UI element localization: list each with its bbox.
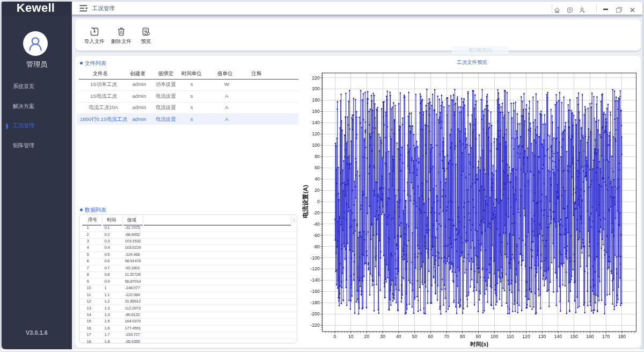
svg-text:90: 90 <box>476 334 481 339</box>
svg-text:120: 120 <box>312 131 320 137</box>
svg-text:150: 150 <box>570 334 579 339</box>
svg-text:0: 0 <box>334 334 336 339</box>
svg-text:20: 20 <box>364 334 370 339</box>
svg-text:电流设置(A): 电流设置(A) <box>302 185 309 218</box>
svg-text:70: 70 <box>444 334 449 339</box>
svg-text:-220: -220 <box>311 322 320 328</box>
svg-text:-80: -80 <box>313 244 320 249</box>
svg-text:120: 120 <box>522 334 530 339</box>
svg-text:-200: -200 <box>311 311 320 317</box>
svg-text:170: 170 <box>602 334 610 339</box>
svg-text:40: 40 <box>314 176 320 182</box>
svg-text:20: 20 <box>314 188 320 193</box>
svg-text:100: 100 <box>491 334 499 339</box>
svg-text:160: 160 <box>312 109 320 114</box>
svg-text:时间(s): 时间(s) <box>470 341 488 347</box>
svg-text:10: 10 <box>348 334 354 339</box>
svg-text:0: 0 <box>317 199 320 204</box>
svg-text:50: 50 <box>412 334 418 339</box>
svg-text:-120: -120 <box>311 266 320 271</box>
svg-text:140: 140 <box>312 120 320 125</box>
svg-text:-180: -180 <box>311 300 320 305</box>
svg-text:80: 80 <box>314 154 320 159</box>
svg-text:60: 60 <box>428 334 434 339</box>
svg-text:130: 130 <box>538 334 546 339</box>
svg-text:110: 110 <box>507 334 514 339</box>
svg-text:180: 180 <box>312 97 320 103</box>
svg-text:30: 30 <box>380 334 385 339</box>
svg-text:-20: -20 <box>313 210 320 215</box>
svg-text:200: 200 <box>312 86 320 91</box>
svg-text:220: 220 <box>312 75 320 81</box>
svg-text:60: 60 <box>314 165 320 170</box>
svg-text:-160: -160 <box>311 289 320 294</box>
svg-text:100: 100 <box>312 142 320 148</box>
svg-text:-60: -60 <box>313 233 320 238</box>
svg-text:140: 140 <box>554 334 562 339</box>
svg-text:80: 80 <box>460 334 465 339</box>
svg-text:-140: -140 <box>311 277 320 283</box>
svg-text:160: 160 <box>586 334 594 339</box>
svg-text:180: 180 <box>618 334 626 339</box>
svg-text:-100: -100 <box>311 255 320 261</box>
svg-text:-40: -40 <box>313 221 320 227</box>
svg-text:40: 40 <box>396 334 401 339</box>
